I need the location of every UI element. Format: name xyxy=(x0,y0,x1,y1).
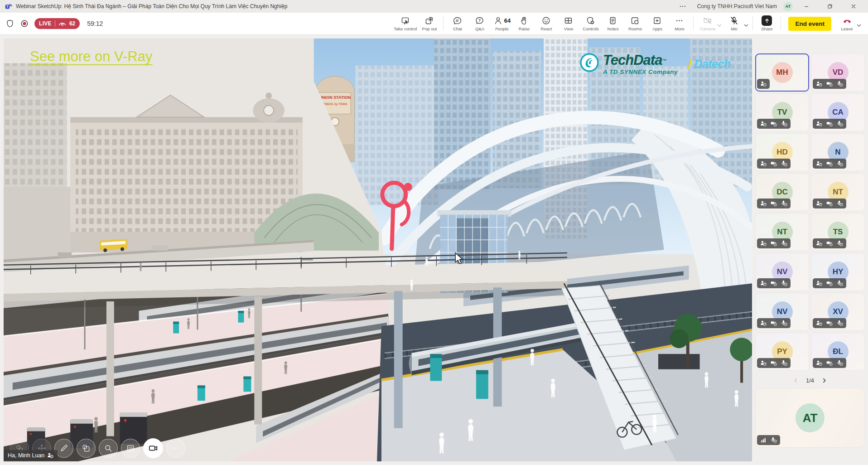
participant-tile[interactable]: HD xyxy=(756,134,809,171)
camera-toggle-button[interactable] xyxy=(143,438,163,458)
participant-tile[interactable]: NT xyxy=(811,174,864,211)
svg-text:T: T xyxy=(6,5,9,9)
apps-icon xyxy=(652,16,662,25)
recording-indicator-icon xyxy=(20,19,29,28)
take-control-button[interactable]: Take control xyxy=(392,15,418,32)
mic-off-icon xyxy=(837,81,843,87)
leave-button[interactable]: Leave xyxy=(836,15,858,32)
self-status-icons xyxy=(757,435,780,445)
chat-button[interactable]: Chat xyxy=(446,15,468,32)
event-timer: 59:12 xyxy=(87,20,103,27)
mic-off-icon xyxy=(781,200,787,207)
view-button[interactable]: View xyxy=(557,15,579,32)
page-previous-button[interactable] xyxy=(793,378,799,383)
rooms-button[interactable]: Rooms xyxy=(624,15,646,32)
participant-tile[interactable]: XV xyxy=(811,293,864,330)
layout-button[interactable] xyxy=(121,439,140,458)
mic-button[interactable]: Mic xyxy=(723,15,745,32)
account-avatar[interactable]: AT xyxy=(783,2,793,11)
react-button[interactable]: React xyxy=(535,15,557,32)
participant-status-icons xyxy=(813,199,846,208)
security-shield-icon[interactable] xyxy=(5,19,14,28)
techdata-logo: TechData™ A TD SYNNEX Company / Datech xyxy=(580,53,731,75)
camera-off-icon xyxy=(826,81,833,87)
participant-tile[interactable]: TV xyxy=(756,94,809,131)
self-avatar: AT xyxy=(796,403,825,432)
participant-tile[interactable]: NV xyxy=(756,293,809,330)
controls-button[interactable]: Controls xyxy=(579,15,602,32)
share-button[interactable]: Share xyxy=(756,15,778,32)
td-synnex-tagline: A TD SYNNEX Company xyxy=(603,68,678,75)
window-title-bar: T Webinar SketchUp: Hệ Sinh Thái Đa Ngàn… xyxy=(0,0,868,13)
camera-off-icon xyxy=(771,280,777,286)
view-icon xyxy=(564,16,573,25)
page-indicator: 1/4 xyxy=(806,377,814,384)
zoom-button[interactable] xyxy=(99,439,118,458)
notes-icon xyxy=(608,16,617,25)
shared-screen-stage[interactable]: UNION STATION TRAVEL by TRAIN xyxy=(4,39,752,461)
self-video-tile[interactable]: AT xyxy=(756,388,864,447)
participant-tile[interactable]: N xyxy=(811,134,864,171)
end-event-button[interactable]: End event xyxy=(788,17,831,31)
close-button[interactable] xyxy=(844,0,863,13)
window-title: Webinar SketchUp: Hệ Sinh Thái Đa Ngành … xyxy=(16,3,287,10)
mic-off-icon xyxy=(837,280,843,286)
participant-tile[interactable]: MH xyxy=(756,54,809,91)
mic-options-chevron-icon[interactable] xyxy=(743,23,749,28)
people-icon xyxy=(493,16,503,25)
notes-button[interactable]: Notes xyxy=(602,15,624,32)
people-button[interactable]: 64 People xyxy=(491,15,513,32)
pop-out-button[interactable]: Pop out xyxy=(418,15,440,32)
participant-tile[interactable]: HY xyxy=(811,253,864,291)
person-question-icon xyxy=(816,81,822,87)
person-question-icon xyxy=(760,160,767,167)
camera-button[interactable]: Camera xyxy=(696,15,719,32)
participant-tile[interactable]: PY xyxy=(756,333,809,370)
more-icon xyxy=(171,444,180,453)
qa-icon xyxy=(475,16,484,25)
camera-options-chevron-icon[interactable] xyxy=(717,23,722,28)
participant-tile[interactable]: CA xyxy=(811,94,864,131)
camera-off-icon xyxy=(826,360,833,366)
camera-off-icon xyxy=(771,160,777,167)
participant-tile[interactable]: NV xyxy=(756,253,809,291)
page-next-button[interactable] xyxy=(821,378,827,383)
people-count: 64 xyxy=(504,17,511,24)
apps-button[interactable]: Apps xyxy=(646,15,668,32)
participant-tile[interactable]: ĐL xyxy=(811,333,864,370)
person-alert-icon xyxy=(760,81,767,87)
participant-tile[interactable]: VD xyxy=(811,54,864,91)
more-controls-button[interactable] xyxy=(166,439,185,458)
participant-status-icons xyxy=(813,358,846,368)
person-question-icon xyxy=(816,121,822,127)
participant-status-icons xyxy=(757,119,791,129)
qa-button[interactable]: Q&A xyxy=(468,15,491,32)
mic-off-icon xyxy=(781,280,787,286)
react-icon xyxy=(541,16,551,25)
titlebar-more-icon[interactable] xyxy=(679,4,691,9)
gallery-button[interactable] xyxy=(77,439,96,458)
camera-off-icon xyxy=(771,360,777,366)
mic-off-icon xyxy=(781,360,787,366)
person-question-icon xyxy=(760,280,767,286)
more-icon xyxy=(675,16,684,25)
participant-status-icons xyxy=(813,159,846,169)
datech-slash-icon: / xyxy=(688,58,691,70)
leave-options-chevron-icon[interactable] xyxy=(856,23,862,28)
participant-tile[interactable]: NT xyxy=(756,213,809,251)
live-badge: LIVE 62 xyxy=(34,18,80,29)
take-control-icon xyxy=(400,16,410,25)
mic-off-icon xyxy=(781,240,787,247)
mic-off-icon xyxy=(837,200,843,207)
camera-off-icon xyxy=(771,121,777,127)
presenter-name: Ha, Minh Luan xyxy=(8,452,44,459)
participant-tile[interactable]: TS xyxy=(811,213,864,251)
vray-link[interactable]: See more on V-Ray xyxy=(30,48,153,65)
more-button[interactable]: More xyxy=(668,15,690,32)
camera-off-icon xyxy=(826,240,833,247)
restore-button[interactable] xyxy=(820,0,840,13)
minimize-button[interactable] xyxy=(796,0,816,13)
participant-status-icons xyxy=(757,318,791,328)
raise-hand-button[interactable]: Raise xyxy=(513,15,535,32)
participant-tile[interactable]: DC xyxy=(756,174,809,211)
